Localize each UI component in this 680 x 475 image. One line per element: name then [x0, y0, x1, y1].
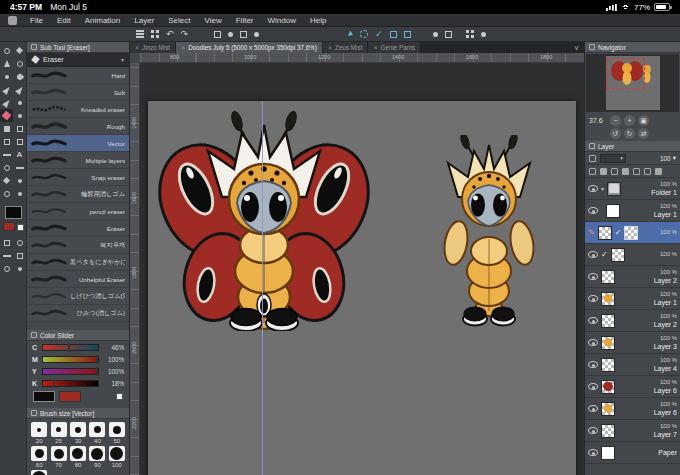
tab-genie-pants[interactable]: × Genie Pants	[368, 42, 421, 53]
zoom-out-button[interactable]: −	[610, 115, 621, 126]
hamburger-menu-icon[interactable]	[136, 33, 144, 35]
subtool-item-secret-eraser[interactable]: ひみつ(消しゴム)	[27, 305, 129, 322]
balloon-tool[interactable]	[0, 161, 13, 174]
brush-size-25[interactable]: 25	[50, 422, 66, 444]
blend-mode-icon[interactable]	[589, 155, 596, 162]
menu-edit[interactable]: Edit	[50, 14, 78, 27]
layer-row-layer-6b[interactable]: 100 %Layer 6	[585, 398, 680, 420]
symmetry-guide-line[interactable]	[262, 101, 263, 475]
pencil-tool[interactable]	[13, 83, 26, 96]
slider-handle[interactable]	[96, 355, 98, 364]
layer-visibility-icon[interactable]	[588, 295, 598, 302]
menu-select[interactable]: Select	[161, 14, 197, 27]
subtool-item-snap-eraser[interactable]: Snap eraser	[27, 169, 129, 186]
layer-row-checked[interactable]: ✓ 100 %	[585, 244, 680, 266]
brush-size-30[interactable]: 30	[70, 422, 86, 444]
brush-size-20[interactable]: 20	[31, 422, 47, 444]
frame-tool[interactable]	[13, 135, 26, 148]
layer-thumbnail[interactable]	[601, 314, 615, 328]
subtool-panel-header[interactable]: Sub Tool [Eraser]	[27, 42, 129, 53]
brush-size-70[interactable]: 70	[50, 446, 66, 468]
new-layer-icon[interactable]	[644, 168, 651, 175]
previous-color-swatch[interactable]	[59, 391, 81, 402]
magic-wand-tool[interactable]	[0, 70, 13, 83]
brush-size-40[interactable]: 40	[89, 422, 105, 444]
menu-help[interactable]: Help	[303, 14, 333, 27]
undo-button[interactable]: ↶	[166, 27, 174, 42]
layer-thumbnail[interactable]	[601, 402, 615, 416]
yellow-slider[interactable]	[42, 368, 99, 375]
layer-visibility-icon[interactable]	[588, 427, 598, 434]
layer-visibility-icon[interactable]	[588, 449, 598, 456]
layer-visibility-icon[interactable]	[588, 317, 598, 324]
layer-thumbnail[interactable]	[611, 248, 625, 262]
lasso-select-tool-icon[interactable]	[360, 30, 368, 38]
close-tab-icon[interactable]: ×	[135, 44, 139, 51]
brush-size-50[interactable]: 50	[109, 422, 125, 444]
subtool-item-kneaded-eraser[interactable]: Kneaded eraser	[27, 101, 129, 118]
folder-expand-icon[interactable]: ▾	[601, 185, 604, 192]
layer-row-folder-1[interactable]: ▾ 100 %Folder 1	[585, 178, 680, 200]
layer-visibility-icon[interactable]	[588, 251, 598, 258]
layer-row-paper[interactable]: Paper	[585, 442, 680, 464]
brush-size-120[interactable]: 120	[31, 470, 47, 475]
decoration-tool[interactable]	[13, 174, 26, 187]
navigator-view-rect[interactable]	[606, 58, 645, 89]
slider-handle[interactable]	[68, 343, 70, 352]
clip-to-layer-icon[interactable]	[611, 168, 618, 175]
close-tab-icon[interactable]: ×	[328, 44, 332, 51]
stabilization-icon[interactable]	[433, 32, 438, 37]
close-tab-icon[interactable]: ×	[373, 44, 377, 51]
layer-mask-icon[interactable]	[633, 168, 640, 175]
layer-visibility-icon[interactable]	[588, 339, 598, 346]
crop-icon[interactable]	[240, 31, 247, 38]
fit-to-screen-button[interactable]: ▣	[638, 115, 649, 126]
layer-row-layer-1[interactable]: 100 %Layer 1	[585, 200, 680, 222]
brush-size-60[interactable]: 60	[31, 446, 47, 468]
layer-row-layer-2b[interactable]: 100 %Layer 2	[585, 310, 680, 332]
workspace-grid-icon[interactable]	[151, 30, 159, 38]
layer-thumbnail[interactable]	[601, 358, 615, 372]
selection-pen-tool[interactable]	[0, 174, 13, 187]
document-canvas[interactable]	[148, 101, 576, 475]
zoom-tool[interactable]	[0, 44, 13, 57]
brush-size-header[interactable]: Brush size [Vector]	[27, 408, 129, 419]
subtool-item-black-fill-eraser[interactable]: 黒ベタをにぎやかにする消し	[27, 254, 129, 271]
figure-tool[interactable]	[0, 135, 13, 148]
delete-layer-icon[interactable]	[655, 168, 662, 175]
reference-icon[interactable]	[445, 31, 452, 38]
brush-tool[interactable]	[0, 96, 13, 109]
app-icon[interactable]	[8, 16, 17, 25]
lock-layer-icon[interactable]	[589, 168, 596, 175]
slider-handle[interactable]	[96, 367, 98, 376]
layer-visibility-icon[interactable]	[588, 361, 598, 368]
subtool-item-unhelpful-eraser[interactable]: Unhelpful Eraser	[27, 271, 129, 288]
lasso-tool[interactable]	[13, 57, 26, 70]
layer-checked-icon[interactable]: ✓	[601, 250, 608, 259]
magenta-slider[interactable]	[42, 356, 99, 363]
blend-mode-dropdown[interactable]: ▾	[600, 154, 626, 163]
transparent-color-swatch[interactable]	[17, 224, 24, 231]
timeline-tool[interactable]	[0, 249, 13, 262]
history-tool[interactable]	[0, 262, 13, 275]
layer-visibility-icon[interactable]	[588, 185, 598, 192]
color-set-tool[interactable]	[0, 236, 13, 249]
zoom-in-button[interactable]: +	[624, 115, 635, 126]
subtool-item-outline-eraser[interactable]: 輪郭用消しゴム	[27, 186, 129, 203]
snap-check-icon[interactable]: ✓	[375, 27, 383, 42]
layer-thumbnail[interactable]	[601, 380, 615, 394]
layer-thumbnail[interactable]	[601, 424, 615, 438]
redo-button[interactable]: ↷	[181, 27, 189, 42]
line-correct-tool[interactable]	[13, 161, 26, 174]
menu-animation[interactable]: Animation	[78, 14, 128, 27]
close-tab-icon[interactable]: ×	[181, 44, 185, 51]
info-tool[interactable]	[13, 262, 26, 275]
subtool-item-hard[interactable]: Hard	[27, 67, 129, 84]
tab-jinzo-mist[interactable]: × Jinzo Mist	[130, 42, 176, 53]
layer-visibility-icon[interactable]	[588, 207, 598, 214]
layer-row-active[interactable]: ✎ ✓ 100 %	[585, 222, 680, 244]
horizontal-ruler[interactable]: 800 1000 1200 1400 1600 1800	[140, 53, 584, 63]
subtool-item-multiple-layers[interactable]: Multiple layers	[27, 152, 129, 169]
menu-file[interactable]: File	[23, 14, 50, 27]
brush-size-100[interactable]: 100	[109, 446, 125, 468]
